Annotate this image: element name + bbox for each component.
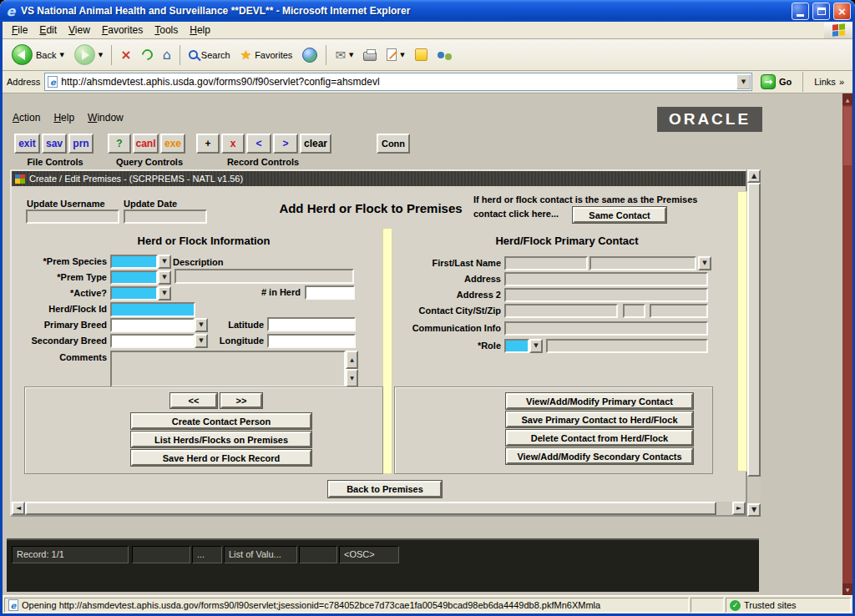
in-herd-field[interactable] xyxy=(305,285,355,300)
menu-favorites[interactable]: Favorites xyxy=(96,22,149,38)
address-input[interactable] xyxy=(61,74,733,89)
vscroll-thumb[interactable] xyxy=(747,183,761,477)
mail-icon: ✉ xyxy=(335,48,346,63)
home-button[interactable]: ⌂ xyxy=(159,45,175,64)
primary-breed-dropdown-button[interactable]: ▼ xyxy=(195,318,208,332)
close-button[interactable]: × xyxy=(833,3,851,20)
hscroll-left-button[interactable]: ◄ xyxy=(12,502,25,515)
vertical-scrollbar[interactable]: ▲ ▼ xyxy=(747,169,761,517)
stop-button[interactable]: × xyxy=(116,45,135,64)
active-field[interactable] xyxy=(110,286,158,300)
search-button[interactable]: Search xyxy=(185,48,235,62)
search-icon xyxy=(189,50,198,59)
query-execute-button[interactable]: exe xyxy=(160,134,185,154)
mail-button[interactable]: ✉ ▼ xyxy=(331,46,357,64)
record-delete-button[interactable]: x xyxy=(221,134,245,154)
forms-menu-help[interactable]: Help xyxy=(53,112,74,124)
forward-icon xyxy=(74,44,95,65)
minimize-button[interactable] xyxy=(792,3,809,20)
herd-flock-id-field[interactable] xyxy=(110,302,195,317)
favorites-button[interactable]: ★ Favorites xyxy=(236,46,297,64)
previous-record-button[interactable]: << xyxy=(170,393,217,408)
role-dropdown-button[interactable]: ▼ xyxy=(529,339,543,353)
record-insert-button[interactable]: + xyxy=(196,134,220,154)
prem-type-dropdown-button[interactable]: ▼ xyxy=(158,270,171,285)
hscroll-right-button[interactable]: ► xyxy=(732,502,746,515)
latitude-field[interactable] xyxy=(267,317,356,331)
menu-view[interactable]: View xyxy=(63,22,96,38)
address-field[interactable]: e ▼ xyxy=(44,73,752,91)
discuss-button[interactable] xyxy=(433,50,456,60)
same-contact-button[interactable]: Same Contact xyxy=(573,207,666,223)
record-next-button[interactable]: > xyxy=(273,134,298,154)
save-herd-flock-record-button[interactable]: Save Herd or Flock Record xyxy=(131,450,311,466)
links-button[interactable]: Links » xyxy=(810,75,848,88)
list-herds-flocks-button[interactable]: List Herds/Flocks on Premises xyxy=(131,432,311,447)
vscroll-down-button[interactable]: ▼ xyxy=(747,503,761,517)
refresh-button[interactable] xyxy=(138,48,157,62)
print-record-button[interactable]: prn xyxy=(68,134,94,154)
mdi-window-titlebar[interactable]: Create / Edit Premises - (SCRPREMS - NAT… xyxy=(12,171,746,186)
save-button[interactable]: sav xyxy=(42,134,67,154)
menu-edit[interactable]: Edit xyxy=(33,22,63,38)
secondary-breed-field[interactable] xyxy=(110,334,195,348)
hscroll-thumb[interactable] xyxy=(25,502,716,515)
menu-tools[interactable]: Tools xyxy=(149,22,184,38)
page-scrollbar[interactable]: ▲ ▼ xyxy=(842,93,852,595)
address-dropdown-button[interactable]: ▼ xyxy=(736,74,751,89)
query-enter-button[interactable]: ? xyxy=(108,134,131,154)
page-scroll-down-button[interactable]: ▼ xyxy=(842,583,852,595)
mdi-window-icon xyxy=(15,174,25,184)
forward-button[interactable]: ▼ xyxy=(70,43,107,67)
update-username-label: Update Username xyxy=(27,199,105,209)
save-primary-contact-button[interactable]: Save Primary Contact to Herd/Flock xyxy=(506,412,693,427)
latitude-label: Latitude xyxy=(212,320,264,330)
primary-breed-field[interactable] xyxy=(110,318,195,332)
vscroll-up-button[interactable]: ▲ xyxy=(747,169,761,183)
horizontal-scrollbar[interactable]: ◄ ► xyxy=(12,502,746,515)
role-field[interactable] xyxy=(504,339,529,353)
back-button[interactable]: Back ▼ xyxy=(8,43,68,67)
secondary-breed-dropdown-button[interactable]: ▼ xyxy=(195,334,208,348)
media-button[interactable] xyxy=(298,46,321,64)
active-dropdown-button[interactable]: ▼ xyxy=(158,286,171,300)
query-cancel-button[interactable]: canl xyxy=(133,134,159,154)
create-contact-person-button[interactable]: Create Contact Person xyxy=(131,413,311,429)
prem-species-field[interactable] xyxy=(110,255,158,269)
name-dropdown-button[interactable]: ▼ xyxy=(698,256,711,270)
record-controls-group: + x < > clear xyxy=(196,134,331,154)
delete-contact-button[interactable]: Delete Contact from Herd/Flock xyxy=(506,430,693,446)
exit-button[interactable]: exit xyxy=(14,134,40,154)
record-previous-button[interactable]: < xyxy=(246,134,271,154)
query-controls-label: Query Controls xyxy=(103,157,196,167)
first-name-field xyxy=(504,256,588,270)
ie-logo-icon: e xyxy=(4,3,18,19)
go-button[interactable]: → Go xyxy=(756,73,796,91)
mdi-window: Create / Edit Premises - (SCRPREMS - NAT… xyxy=(10,169,747,517)
page-scroll-thumb[interactable] xyxy=(843,107,852,165)
edit-button[interactable]: ▼ xyxy=(382,47,408,63)
page-scroll-up-button[interactable]: ▲ xyxy=(842,93,852,105)
comments-field[interactable] xyxy=(110,351,346,387)
view-primary-contact-button[interactable]: View/Add/Modify Primary Contact xyxy=(506,393,693,409)
refresh-icon xyxy=(139,47,154,62)
discuss-icon xyxy=(438,52,444,58)
menu-file[interactable]: File xyxy=(6,22,33,38)
view-secondary-contacts-button[interactable]: View/Add/Modify Secondary Contacts xyxy=(506,448,693,464)
prem-species-dropdown-button[interactable]: ▼ xyxy=(158,255,171,269)
longitude-field[interactable] xyxy=(267,334,356,348)
maximize-button[interactable] xyxy=(812,3,830,20)
back-to-premises-button[interactable]: Back to Premises xyxy=(328,481,442,497)
messenger-button[interactable] xyxy=(411,47,432,63)
connection-button[interactable]: Conn xyxy=(377,134,410,154)
record-clear-button[interactable]: clear xyxy=(300,134,331,154)
comments-spinner-up-button[interactable]: ▲ xyxy=(346,351,358,369)
next-record-button[interactable]: >> xyxy=(220,393,262,408)
comments-spinner-down-button[interactable]: ▼ xyxy=(346,369,358,387)
window-titlebar[interactable]: e VS National Animal Health and Surveill… xyxy=(0,0,855,22)
forms-menu-window[interactable]: Window xyxy=(88,112,124,124)
forms-menu-action[interactable]: Action xyxy=(13,112,40,124)
menu-help[interactable]: Help xyxy=(184,22,216,38)
print-button[interactable] xyxy=(359,47,381,63)
prem-type-field[interactable] xyxy=(110,270,158,285)
